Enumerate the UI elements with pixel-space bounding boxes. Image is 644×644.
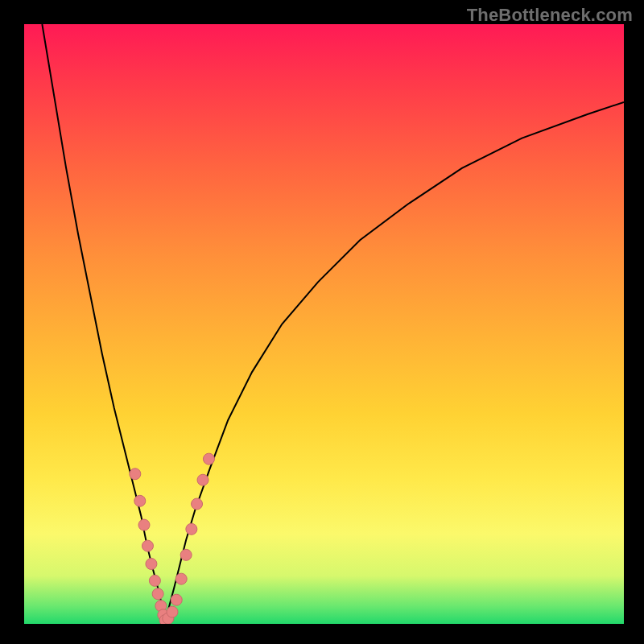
right-branch-marker bbox=[180, 549, 192, 560]
left-branch-marker bbox=[149, 575, 160, 586]
watermark-text: TheBottleneck.com bbox=[467, 5, 633, 26]
right-branch-marker bbox=[175, 573, 187, 584]
trough-marker bbox=[167, 606, 178, 617]
left-branch-marker bbox=[138, 519, 150, 530]
left-branch-marker bbox=[134, 495, 146, 506]
chart-frame: TheBottleneck.com bbox=[0, 0, 644, 644]
curve-left-branch bbox=[42, 24, 165, 621]
right-branch-marker bbox=[192, 498, 203, 510]
right-branch-marker bbox=[186, 523, 197, 535]
left-branch-marker bbox=[146, 559, 157, 570]
right-branch-marker bbox=[197, 474, 208, 485]
left-branch-marker bbox=[130, 469, 141, 480]
chart-svg bbox=[24, 24, 624, 624]
left-branch-marker bbox=[142, 540, 153, 551]
trough-marker bbox=[171, 594, 182, 605]
left-branch-marker bbox=[152, 588, 163, 600]
plot-area bbox=[24, 24, 624, 624]
right-branch-marker bbox=[203, 453, 214, 464]
data-markers bbox=[130, 453, 215, 624]
curve-right-branch bbox=[165, 102, 624, 621]
